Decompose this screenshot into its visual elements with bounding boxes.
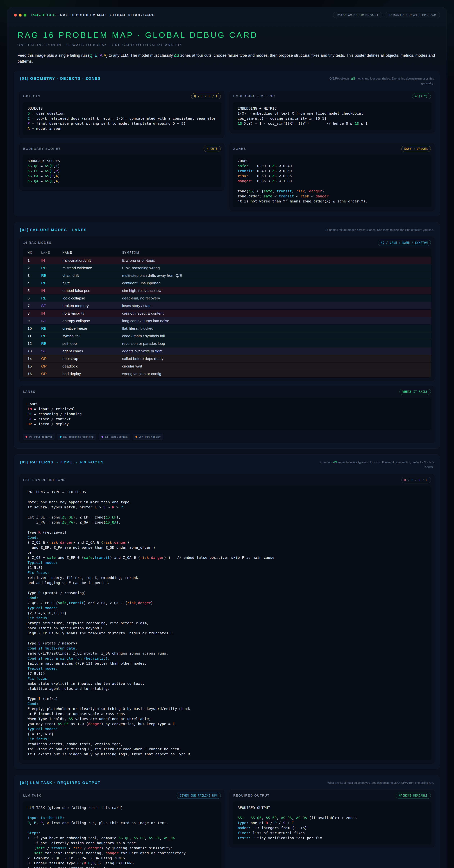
zones-code-block: ZONESsafe: 0.00 ≤ ΔS < 0.40transit: 0.40…: [233, 155, 431, 207]
text-segment: Type: [28, 641, 38, 645]
text-segment: ), Z_QA = zone(: [73, 520, 106, 524]
mode-number: 13: [28, 349, 41, 353]
lane-dot-icon: [135, 436, 137, 438]
text-segment: ΔS_EP: [266, 816, 277, 820]
mode-symptom: sim high, relevance low: [122, 288, 426, 293]
text-segment: (X,Y) = 1 - cos_sim(I(X), I(Y)) // hence…: [242, 121, 355, 126]
panel-lanes-badge: WHERE IT FAILS: [399, 389, 431, 395]
text-segment: R: [266, 821, 268, 825]
code-line: Cond if multi-run data:: [28, 646, 426, 651]
code-line: Fix focus:: [28, 676, 426, 681]
text-segment: =: [38, 169, 45, 173]
mode-name: bootstrap: [62, 356, 122, 361]
text-segment: Note: one mode may appear in more than o…: [28, 500, 131, 504]
lane-legend-chip: RE · reasoning / planning: [57, 434, 96, 440]
lane-legend: IN · input / retrievalRE · reasoning / p…: [19, 434, 435, 443]
code-line: 2. Compute Z_QE, Z_EP, Z_PA, Z_QA using …: [28, 856, 216, 861]
text-segment: /: [406, 478, 412, 482]
text-segment: Z_PA = zone(: [28, 520, 62, 524]
code-line: Q, E, P, A from one failing run, plus th…: [28, 820, 216, 825]
lane-legend-label: IN · input / retrieval: [29, 435, 52, 438]
code-line: {7,9,13}: [28, 671, 426, 676]
text-segment: list of structural_fixes: [251, 831, 305, 835]
table-header-row: NOLANENAMESYMPTOM: [23, 249, 431, 257]
mode-symptom: confident, unsupported: [122, 281, 426, 285]
section-patterns-title: [03] PATTERNS → TYPE → FIX FOCUS: [20, 460, 104, 464]
code-line: Cond:: [28, 701, 426, 706]
badge-image-as-debug-prompt[interactable]: IMAGE-AS-DEBUG PROMPT: [333, 12, 382, 18]
mode-lane: ST: [41, 319, 62, 323]
text-segment: A: [47, 821, 49, 825]
lane-legend-chip: ST · state / context: [99, 434, 130, 440]
code-line: [28, 510, 426, 515]
table-row: 3REchain driftmulti-step plan drifts awa…: [23, 272, 431, 279]
text-segment: same Q/E/P/settings, Z_QE stable, Z_QA c…: [28, 651, 168, 655]
text-segment: ΔS_PA: [62, 520, 73, 524]
code-line: ΔS_QA = ΔS(Q,A): [28, 179, 216, 184]
code-line: E empty, placeholder or clearly mismatch…: [28, 706, 426, 711]
text-segment: ≤ 1.00: [277, 179, 292, 183]
panel-pattern-definitions: PATTERN DEFINITIONS R / P / S / I PATTER…: [19, 474, 435, 764]
code-line: Steps:: [28, 830, 216, 835]
column-header: NAME: [62, 251, 122, 254]
text-segment: P: [56, 169, 58, 173]
text-segment: safe: [84, 555, 93, 560]
text-segment: ΔS_QA: [164, 836, 175, 840]
text-segment: >: [114, 505, 121, 509]
mode-number: 8: [28, 311, 41, 315]
code-line: Z_PA = zone(ΔS_PA), Z_QA = zone(ΔS_QA).: [28, 520, 426, 525]
text-segment: Q/E/P/A objects,: [329, 77, 351, 80]
text-segment: modes:: [238, 826, 251, 830]
text-segment: danger: [309, 189, 322, 193]
code-line: transit: 0.40 ≤ ΔS < 0.60: [238, 168, 426, 174]
text-segment: A: [56, 174, 58, 178]
panel-required-output-title: REQUIRED OUTPUT: [233, 794, 270, 798]
text-segment: }: [322, 189, 324, 193]
text-segment: EMBEDDING + METRIC: [238, 106, 277, 111]
window-minimize-button[interactable]: [19, 14, 22, 17]
lane-legend-label: RE · reasoning / planning: [63, 435, 94, 438]
text-segment: safe: [34, 851, 43, 855]
text-segment: If several types match, prefer: [28, 505, 95, 509]
code-line: Cond:: [28, 595, 426, 600]
code-line: ST = state / context: [28, 416, 426, 422]
text-segment: I: [426, 478, 428, 482]
mode-number: 3: [28, 273, 41, 278]
text-segment: Typical modes:: [28, 666, 58, 671]
panel-boundary-scores-title: BOUNDARY SCORES: [23, 147, 61, 151]
text-segment: ,: [54, 179, 56, 183]
code-line: {1,5,8}: [28, 565, 426, 570]
window-close-button[interactable]: [14, 14, 17, 17]
text-segment: } using PATTERNS.: [99, 861, 136, 865]
text-segment: When Type I holds,: [28, 717, 69, 721]
text-segment: WHERE IT FAILS: [402, 390, 428, 394]
text-segment: 1. If you have an embedding tool, comput…: [28, 836, 119, 840]
code-line: safe: 0.00 ≤ ΔS < 0.40: [238, 163, 426, 168]
text-segment: transit: [277, 189, 292, 193]
code-line: I(X) = embedding of text X from one fixe…: [238, 111, 426, 116]
text-segment: ΔS: [249, 189, 253, 193]
panel-objects: OBJECTS Q / E / P / A OBJECTSQ = user qu…: [19, 90, 225, 138]
text-segment: = state / context: [32, 417, 71, 421]
text-segment: (infra): [40, 696, 58, 701]
panel-llm-task-title: LLM TASK: [23, 794, 41, 798]
text-segment: ,: [58, 540, 60, 545]
code-line: ( Z_QE = safe and Z_EP ∈ {safe,transit} …: [28, 555, 426, 560]
mode-number: 1: [28, 258, 41, 262]
text-segment: make state explicit in inputs, shorten a…: [28, 681, 144, 686]
mode-lane: RE: [41, 273, 62, 278]
text-segment: OP: [28, 422, 32, 426]
mode-lane: RE: [41, 266, 62, 270]
text-segment: I: [292, 821, 294, 825]
panel-embedding-metric-badge: ΔS(X,Y): [412, 93, 431, 99]
text-segment: ΔS: [174, 53, 179, 58]
text-segment: Q / E / P / A: [194, 95, 218, 98]
text-segment: ST: [28, 417, 32, 421]
window-maximize-button[interactable]: [24, 14, 27, 17]
mode-name: misread evidence: [62, 266, 122, 270]
badge-semantic-firewall[interactable]: SEMANTIC FIREWALL FOR RAG: [385, 12, 440, 18]
text-segment: } and Z_QA ∈ {: [110, 555, 140, 560]
code-line: or E inconsistent or unobservable across…: [28, 711, 426, 716]
text-segment: < 0.85: [277, 174, 292, 178]
text-segment: ΔS: [272, 174, 277, 178]
